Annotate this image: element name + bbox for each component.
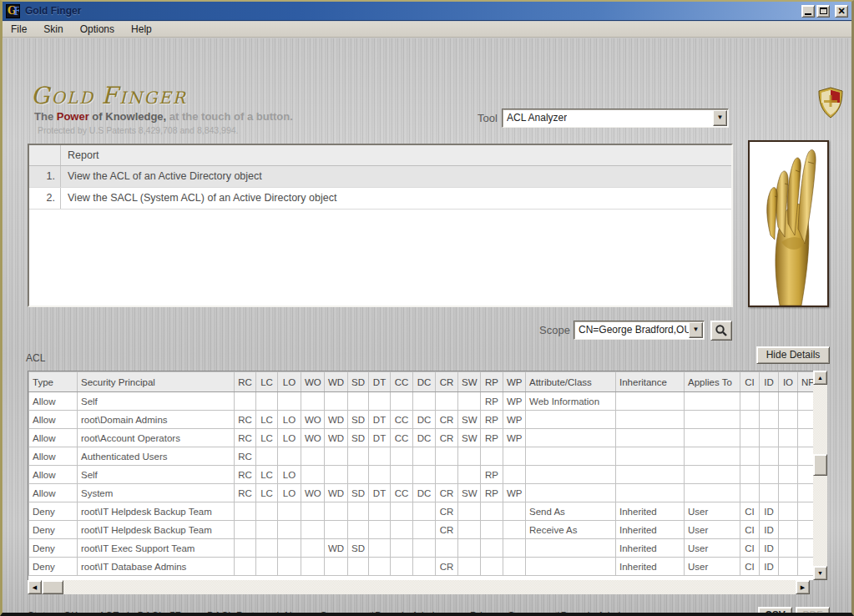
report-row[interactable]: 1.View the ACL of an Active Directory ob…	[29, 166, 731, 188]
acl-cell-principal: root\IT Exec Support Team	[78, 539, 235, 558]
chevron-down-icon[interactable]: ▼	[713, 110, 727, 126]
acl-column-header-inh: Inheritance	[616, 372, 685, 392]
acl-cell-dc: DC	[413, 411, 436, 429]
acl-column-header-ci: CI	[740, 372, 760, 392]
acl-cell-lo	[278, 392, 301, 411]
acl-cell-lc	[256, 521, 278, 539]
acl-cell-cr: CR	[436, 502, 458, 521]
acl-cell-dt	[369, 447, 391, 466]
acl-cell-dc	[413, 521, 436, 539]
acl-row: Allowroot\Account OperatorsRCLCLOWOWDSDD…	[29, 429, 814, 447]
menu-item-help[interactable]: Help	[123, 22, 160, 35]
acl-cell-id	[760, 466, 779, 484]
acl-cell-id: ID	[760, 521, 779, 539]
acl-cell-attr: Receive As	[526, 521, 616, 539]
acl-cell-rp: RP	[481, 466, 503, 484]
acl-cell-ci: CI	[740, 558, 760, 576]
acl-cell-cc: CC	[391, 484, 413, 502]
acl-row: Denyroot\IT Exec Support TeamWDSDInherit…	[29, 539, 814, 558]
hide-details-button[interactable]: Hide Details	[756, 346, 830, 364]
report-list-header: Report	[29, 145, 731, 166]
acl-cell-type: Allow	[29, 484, 78, 502]
acl-cell-inh: Inherited	[616, 502, 685, 521]
acl-cell-id	[760, 392, 779, 411]
horizontal-scroll-thumb[interactable]	[42, 580, 63, 594]
menu-item-skin[interactable]: Skin	[35, 22, 71, 35]
acl-cell-dt	[369, 392, 391, 411]
title-bar: GF Gold Finger ✕	[3, 2, 851, 21]
acl-column-header-attr: Attribute/Class	[526, 372, 616, 392]
scroll-down-icon[interactable]: ▼	[813, 566, 827, 580]
acl-cell-attr	[526, 429, 616, 447]
acl-cell-inh: Inherited	[616, 521, 685, 539]
acl-cell-wo: WO	[301, 411, 325, 429]
acl-cell-lo: LO	[278, 411, 301, 429]
scroll-up-icon[interactable]: ▲	[813, 371, 827, 385]
owner: Owner: root\Domain Admins	[320, 610, 445, 616]
menu-item-options[interactable]: Options	[72, 22, 123, 35]
acl-table-body: AllowSelfRPWPWeb InformationAllowroot\Do…	[29, 392, 814, 576]
acl-cell-id: ID	[760, 502, 779, 521]
acl-cell-inh	[616, 392, 685, 411]
vertical-scrollbar[interactable]: ▲ ▼	[813, 371, 827, 580]
primary-group: Primary Group: root\Domain Admins	[470, 610, 631, 616]
acl-cell-lc	[256, 447, 278, 466]
acl-column-header-cc: CC	[391, 372, 413, 392]
acl-row: AllowSystemRCLCLOWOWDSDDTCCDCCRSWRPWP	[29, 484, 814, 502]
chevron-down-icon[interactable]: ▼	[689, 322, 703, 338]
acl-column-header-wd: WD	[325, 372, 348, 392]
acl-cell-id: ID	[760, 539, 779, 558]
acl-cell-principal: Authenticated Users	[78, 447, 235, 466]
acl-cell-sw	[458, 558, 481, 576]
acl-cell-applies: User	[685, 521, 740, 539]
acl-cell-sw	[458, 447, 481, 466]
acl-cell-np	[798, 539, 814, 558]
report-row-number: 1.	[29, 166, 61, 187]
acl-column-header-lo: LO	[278, 372, 301, 392]
acl-cell-rc	[235, 558, 256, 576]
acl-cell-dt: DT	[369, 411, 391, 429]
acl-cell-lo	[278, 447, 301, 466]
acl-cell-principal: root\Domain Admins	[78, 411, 235, 429]
scope-dropdown[interactable]: CN=George Bradford,OU= ▼	[574, 321, 705, 340]
scroll-right-icon[interactable]: ▶	[796, 580, 810, 594]
acl-cell-cr: CR	[436, 411, 458, 429]
minimize-button[interactable]	[801, 5, 815, 18]
acl-cell-dc: DC	[413, 429, 436, 447]
acl-cell-dt	[369, 521, 391, 539]
acl-cell-rp: RP	[481, 392, 503, 411]
acl-cell-rc: RC	[235, 411, 256, 429]
acl-row: Allowroot\Domain AdminsRCLCLOWOWDSDDTCCD…	[29, 411, 814, 429]
tool-dropdown[interactable]: ACL Analyzer ▼	[502, 109, 729, 128]
acl-cell-io	[779, 466, 798, 484]
status-label: Status	[28, 610, 56, 616]
search-button[interactable]	[710, 321, 732, 341]
patent-notice: Protected by U.S Patents 8,429,708 and 8…	[38, 125, 239, 135]
acl-cell-lc: LC	[256, 466, 278, 484]
report-row[interactable]: 2.View the SACL (System ACL) of an Activ…	[29, 188, 731, 210]
acl-cell-applies	[685, 466, 740, 484]
acl-cell-inh	[616, 466, 685, 484]
acl-cell-wp	[503, 558, 526, 576]
acl-cell-cc	[391, 539, 413, 558]
acl-cell-cr	[436, 466, 458, 484]
acl-cell-wd	[325, 521, 348, 539]
maximize-button[interactable]	[816, 5, 830, 18]
csv-export-button[interactable]: CSV	[758, 607, 792, 616]
window-title: Gold Finger	[25, 5, 81, 17]
acl-cell-type: Allow	[29, 392, 78, 411]
acl-cell-applies	[685, 411, 740, 429]
acl-cell-rp	[481, 539, 503, 558]
acl-cell-wd	[325, 447, 348, 466]
acl-cell-type: Allow	[29, 429, 78, 447]
vertical-scroll-thumb[interactable]	[813, 454, 827, 476]
gold-finger-logo: GOLD FINGER	[31, 82, 187, 109]
scroll-left-icon[interactable]: ◀	[28, 580, 42, 594]
menu-item-file[interactable]: File	[3, 22, 35, 35]
acl-cell-cc: CC	[391, 411, 413, 429]
close-button[interactable]: ✕	[835, 5, 848, 18]
acl-cell-cr: CR	[436, 484, 458, 502]
acl-cell-wo: WO	[301, 429, 325, 447]
horizontal-scrollbar[interactable]: ◀ ▶	[28, 580, 810, 594]
acl-cell-io	[779, 392, 798, 411]
